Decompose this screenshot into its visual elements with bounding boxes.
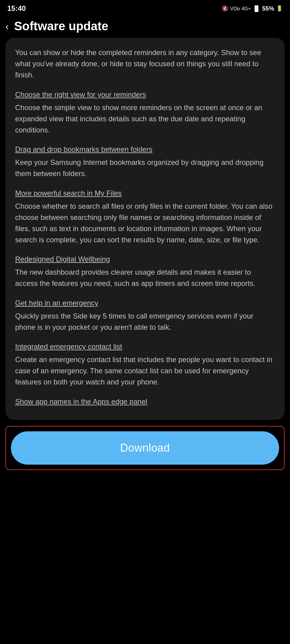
feature-section-0: Choose the right view for your reminders… <box>15 90 275 136</box>
header: ‹ Software update <box>0 16 290 38</box>
feature-desc-2: Choose whether to search all files or on… <box>15 202 272 244</box>
feature-desc-1: Keep your Samsung Internet bookmarks org… <box>15 158 264 178</box>
feature-title-4: Get help in an emergency <box>15 299 275 307</box>
feature-title-2: More powerful search in My Files <box>15 189 275 198</box>
network-bars-icon: ▐▌ <box>252 5 260 12</box>
back-button[interactable]: ‹ <box>5 21 9 31</box>
feature-desc-5: Create an emergency contact list that in… <box>15 355 272 386</box>
mute-icon: 🔇 <box>222 5 228 12</box>
download-button[interactable]: Download <box>11 431 279 465</box>
feature-section-5: Integrated emergency contact list Create… <box>15 342 275 388</box>
status-icons: 🔇 VOᴅ 4G+ ▐▌ 55% 🔋 <box>222 5 283 12</box>
download-area: Download <box>5 426 285 470</box>
feature-title-0: Choose the right view for your reminders <box>15 90 275 99</box>
feature-title-5: Integrated emergency contact list <box>15 342 275 351</box>
feature-title-3: Redesigned Digital Wellbeing <box>15 255 275 263</box>
intro-text: You can show or hide the completed remin… <box>15 47 275 81</box>
signal-icon: VOᴅ 4G+ <box>230 6 251 11</box>
status-time: 15:40 <box>7 4 26 13</box>
feature-section-6: Show app names in the Apps edge panel <box>15 397 275 406</box>
status-bar: 15:40 🔇 VOᴅ 4G+ ▐▌ 55% 🔋 <box>0 0 290 16</box>
feature-desc-3: The new dashboard provides clearer usage… <box>15 268 255 287</box>
feature-desc-4: Quickly press the Side key 5 times to ca… <box>15 312 253 331</box>
battery-icon: 🔋 <box>276 5 283 12</box>
page-title: Software update <box>14 19 108 33</box>
content-card: You can show or hide the completed remin… <box>5 38 285 420</box>
feature-section-4: Get help in an emergency Quickly press t… <box>15 299 275 333</box>
feature-section-3: Redesigned Digital Wellbeing The new das… <box>15 255 275 289</box>
battery-label: 55% <box>262 5 274 12</box>
feature-section-2: More powerful search in My Files Choose … <box>15 189 275 246</box>
feature-title-6: Show app names in the Apps edge panel <box>15 397 275 406</box>
feature-title-1: Drag and drop bookmarks between folders <box>15 145 275 154</box>
feature-section-1: Drag and drop bookmarks between folders … <box>15 145 275 179</box>
feature-desc-0: Choose the simple view to show more remi… <box>15 103 262 134</box>
